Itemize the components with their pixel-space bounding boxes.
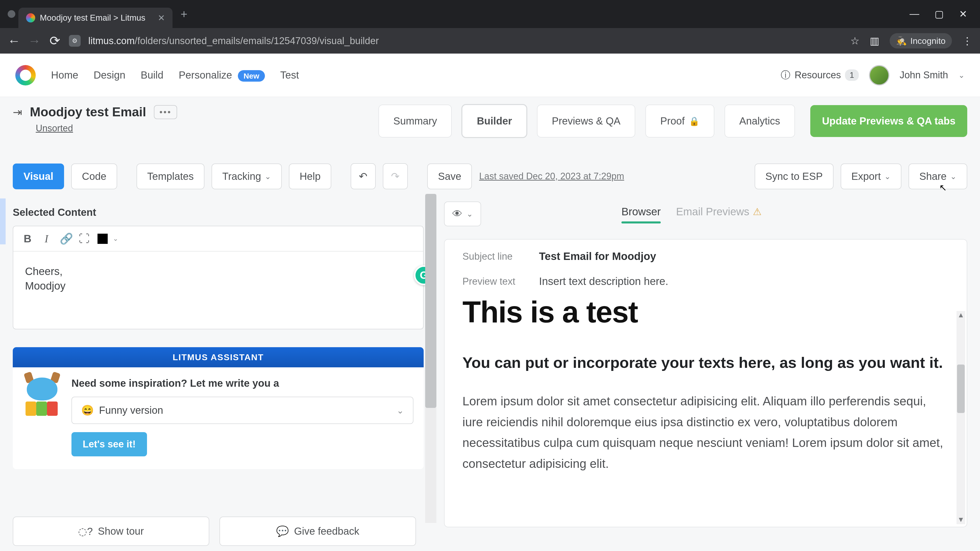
new-tab-button[interactable]: + [181, 7, 188, 21]
avatar[interactable] [869, 65, 889, 86]
folder-link[interactable]: Unsorted [36, 123, 73, 134]
incognito-indicator[interactable]: 🕵 Incognito [890, 33, 952, 48]
user-menu-chevron-icon[interactable]: ⌄ [958, 71, 965, 79]
new-badge: New [238, 70, 265, 82]
tab-bar: Moodjoy test Email > Litmus ✕ + — ▢ ✕ [0, 0, 980, 28]
left-scrollbar[interactable] [425, 194, 436, 523]
color-chevron-icon[interactable]: ⌄ [113, 235, 118, 243]
preview-toolbar: 👁 ⌄ Browser Email Previews ⚠ [444, 202, 967, 226]
undo-icon: ↶ [359, 170, 368, 182]
user-name: John Smith [900, 70, 948, 81]
window-controls: — ▢ ✕ [910, 8, 975, 20]
subject-label: Subject line [463, 251, 529, 262]
undo-button[interactable]: ↶ [351, 163, 375, 189]
resources-button[interactable]: ⓘ Resources 1 [781, 68, 859, 82]
tab-builder[interactable]: Builder [462, 105, 527, 138]
help-circle-icon: ◌? [78, 526, 93, 537]
preview-text-value[interactable]: Insert text description here. [539, 275, 668, 287]
url-path: /folders/unsorted_emails/emails/12547039… [135, 35, 379, 46]
tab-previews-qa[interactable]: Previews & QA [537, 105, 635, 138]
help-button[interactable]: Help [289, 164, 331, 189]
share-button[interactable]: Share ⌄ [908, 164, 967, 189]
address-bar: ← → ⟳ ⚙ litmus.com/folders/unsorted_emai… [0, 28, 980, 54]
last-saved-text[interactable]: Last saved Dec 20, 2023 at 7:29pm [479, 171, 624, 182]
tab-summary[interactable]: Summary [379, 105, 452, 138]
sync-esp-button[interactable]: Sync to ESP [755, 164, 834, 189]
chevron-down-icon: ⌄ [466, 210, 473, 218]
preview-text-label: Preview text [463, 276, 529, 287]
templates-button[interactable]: Templates [137, 164, 204, 189]
left-scrollbar-thumb[interactable] [425, 194, 436, 408]
preview-tab-email-previews[interactable]: Email Previews ⚠ [676, 206, 762, 222]
give-feedback-button[interactable]: 💬 Give feedback [220, 516, 416, 546]
bold-button[interactable]: B [22, 233, 33, 245]
reader-icon[interactable]: ▥ [870, 35, 880, 47]
assistant-prompt: Need some inspiration? Let me write you … [72, 378, 414, 389]
minimize-icon[interactable]: — [910, 8, 919, 20]
save-button[interactable]: Save [427, 164, 472, 189]
maximize-icon[interactable]: ▢ [935, 8, 944, 20]
preview-scrollbar[interactable]: ▲ ▼ [956, 311, 965, 524]
close-window-icon[interactable]: ✕ [959, 8, 967, 20]
show-tour-button[interactable]: ◌? Show tour [13, 516, 209, 546]
redo-button[interactable]: ↷ [383, 163, 408, 189]
nav-personalize[interactable]: Personalize New [179, 69, 265, 81]
resources-count: 1 [845, 69, 859, 81]
forward-button[interactable]: → [28, 33, 41, 48]
tab-analytics[interactable]: Analytics [724, 105, 795, 138]
lets-see-it-button[interactable]: Let's see it! [72, 432, 147, 456]
preview-scrollbar-thumb[interactable] [957, 365, 965, 413]
tab-search-button[interactable] [8, 10, 15, 18]
export-button[interactable]: Export ⌄ [841, 164, 902, 189]
panes: Selected Content B I 🔗 ⛶ ⌄ Cheers, Moodj… [0, 194, 980, 551]
reload-button[interactable]: ⟳ [48, 33, 61, 48]
preview-tab-browser[interactable]: Browser [621, 206, 661, 222]
export-label: Export [851, 171, 881, 182]
selection-edge-indicator [0, 198, 6, 245]
close-tab-icon[interactable]: ✕ [158, 13, 165, 23]
email-previews-label: Email Previews [676, 206, 749, 218]
browser-tab[interactable]: Moodjoy test Email > Litmus ✕ [18, 8, 172, 28]
italic-button[interactable]: I [41, 233, 52, 245]
unlink-button[interactable]: ⛶ [79, 233, 90, 245]
main-tabs: Summary Builder Previews & QA Proof 🔒 An… [379, 105, 967, 138]
variant-emoji-icon: 😄 [81, 404, 94, 416]
preview-visibility-button[interactable]: 👁 ⌄ [444, 202, 481, 226]
scroll-down-icon[interactable]: ▼ [956, 516, 965, 524]
chevron-down-icon: ⌄ [265, 172, 271, 181]
link-button[interactable]: 🔗 [60, 232, 71, 245]
tracking-button[interactable]: Tracking ⌄ [212, 164, 282, 189]
editor-textarea[interactable]: Cheers, Moodjoy [13, 251, 423, 329]
site-info-icon[interactable]: ⚙ [69, 35, 81, 47]
scroll-up-icon[interactable]: ▲ [956, 311, 965, 320]
panel-toggle-icon[interactable]: ⇥ [13, 106, 22, 119]
document-menu-button[interactable]: ••• [154, 105, 177, 119]
litmus-logo-icon[interactable] [15, 65, 36, 86]
nav-build[interactable]: Build [141, 69, 163, 81]
nav-home[interactable]: Home [51, 69, 78, 81]
update-previews-button[interactable]: Update Previews & QA tabs [810, 105, 967, 137]
email-title: This is a test [463, 299, 949, 329]
visual-mode-button[interactable]: Visual [13, 164, 64, 189]
editor-toolbar: B I 🔗 ⛶ ⌄ [13, 226, 423, 251]
variant-select[interactable]: 😄 Funny version ⌄ [72, 397, 414, 424]
assistant-mascot-icon [23, 378, 61, 416]
favicon-icon [26, 13, 35, 22]
tab-proof[interactable]: Proof 🔒 [646, 105, 714, 138]
bookmark-icon[interactable]: ☆ [850, 35, 859, 47]
tracking-label: Tracking [222, 171, 261, 182]
document-title[interactable]: Moodjoy test Email [30, 105, 146, 119]
subject-value[interactable]: Test Email for Moodjoy [539, 250, 656, 262]
app-root: FOCUS MODE Home Design Build Personalize… [0, 54, 980, 551]
back-button[interactable]: ← [8, 33, 21, 48]
editor-line: Moodjoy [25, 279, 411, 293]
nav-design[interactable]: Design [94, 69, 126, 81]
url-field[interactable]: litmus.com/folders/unsorted_emails/email… [88, 35, 843, 46]
color-swatch[interactable] [97, 233, 108, 244]
code-mode-button[interactable]: Code [71, 164, 117, 189]
warning-icon: ⚠ [753, 206, 762, 218]
email-body[interactable]: This is a test You can put or incorporat… [445, 299, 967, 511]
nav-test[interactable]: Test [280, 69, 299, 81]
selected-content-heading: Selected Content [13, 206, 424, 218]
browser-menu-icon[interactable]: ⋮ [962, 35, 972, 47]
